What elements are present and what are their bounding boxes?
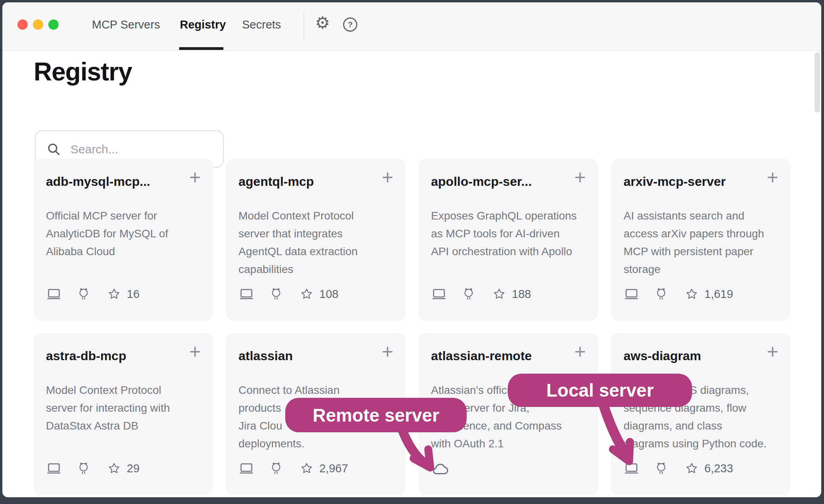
laptop-icon bbox=[238, 287, 254, 301]
card-footer: 6,233 bbox=[624, 459, 733, 478]
cloud-icon bbox=[431, 462, 449, 475]
star-count: 2,967 bbox=[319, 462, 348, 475]
laptop-icon bbox=[46, 461, 62, 475]
search-icon bbox=[47, 142, 62, 157]
star-count: 108 bbox=[319, 288, 338, 301]
help-icon[interactable]: ? bbox=[343, 17, 357, 32]
star-count: 29 bbox=[127, 462, 139, 475]
star-count: 1,619 bbox=[704, 288, 733, 301]
star-icon bbox=[685, 462, 698, 475]
add-server-button[interactable]: + bbox=[189, 167, 201, 187]
star-icon bbox=[300, 462, 313, 475]
header-bar: MCP Servers Registry Secrets ⚙ ? bbox=[2, 2, 821, 51]
server-name: atlassian bbox=[238, 349, 374, 363]
server-card[interactable]: arxiv-mcp-server + AI assistants search … bbox=[611, 158, 790, 321]
tab-mcp-servers[interactable]: MCP Servers bbox=[92, 18, 160, 31]
local-server-callout: Local server bbox=[508, 374, 692, 407]
server-description: Model Context Protocol server that integ… bbox=[238, 207, 399, 278]
add-server-button[interactable]: + bbox=[767, 167, 778, 187]
github-icon bbox=[654, 462, 668, 475]
server-description: AI assistants search and access arXiv pa… bbox=[624, 207, 784, 278]
settings-icon[interactable]: ⚙ bbox=[314, 14, 331, 32]
github-icon bbox=[654, 287, 668, 301]
tab-registry[interactable]: Registry bbox=[180, 18, 226, 31]
header-divider bbox=[303, 12, 304, 41]
star-count: 188 bbox=[512, 288, 531, 301]
server-description: Exposes GraphQL operations as MCP tools … bbox=[431, 207, 591, 260]
star-icon bbox=[685, 288, 698, 300]
github-icon bbox=[462, 287, 475, 301]
card-footer: 108 bbox=[238, 284, 338, 304]
github-icon bbox=[77, 287, 90, 301]
star-count: 6,233 bbox=[704, 462, 733, 475]
page-title: Registry bbox=[34, 57, 132, 86]
card-footer bbox=[431, 459, 449, 478]
server-card[interactable]: apollo-mcp-ser... + Exposes GraphQL oper… bbox=[419, 158, 598, 321]
card-footer: 16 bbox=[46, 284, 139, 304]
server-name: agentql-mcp bbox=[238, 174, 374, 189]
active-tab-indicator bbox=[179, 47, 223, 50]
server-card[interactable]: aws-diagram + Generate AWS diagrams, seq… bbox=[611, 333, 790, 495]
app-window: MCP Servers Registry Secrets ⚙ ? Registr… bbox=[2, 2, 821, 497]
help-glyph: ? bbox=[348, 20, 353, 29]
laptop-icon bbox=[46, 287, 62, 301]
server-card[interactable]: agentql-mcp + Model Context Protocol ser… bbox=[226, 158, 405, 321]
add-server-button[interactable]: + bbox=[574, 342, 586, 361]
server-name: arxiv-mcp-server bbox=[624, 174, 759, 189]
add-server-button[interactable]: + bbox=[767, 342, 778, 361]
card-footer: 188 bbox=[431, 284, 531, 304]
card-footer: 29 bbox=[46, 459, 139, 478]
remote-server-callout: Remote server bbox=[285, 398, 467, 432]
star-icon bbox=[300, 288, 313, 300]
server-name: aws-diagram bbox=[624, 349, 759, 363]
traffic-lights bbox=[17, 19, 59, 30]
server-card[interactable]: astra-db-mcp + Model Context Protocol se… bbox=[34, 333, 213, 495]
github-icon bbox=[269, 287, 283, 301]
minimize-button[interactable] bbox=[33, 19, 43, 30]
server-card-grid: adb-mysql-mcp... + Official MCP server f… bbox=[34, 158, 790, 495]
scrollbar-thumb[interactable] bbox=[814, 52, 820, 113]
star-count: 16 bbox=[127, 288, 139, 301]
github-icon bbox=[269, 462, 283, 475]
server-name: apollo-mcp-ser... bbox=[431, 174, 566, 189]
card-footer: 2,967 bbox=[238, 459, 348, 478]
add-server-button[interactable]: + bbox=[382, 167, 393, 187]
add-server-button[interactable]: + bbox=[382, 342, 393, 361]
server-description: Official MCP server for AnalyticDB for M… bbox=[46, 207, 206, 260]
add-server-button[interactable]: + bbox=[574, 167, 586, 187]
zoom-button[interactable] bbox=[48, 19, 59, 30]
tab-secrets[interactable]: Secrets bbox=[242, 18, 281, 31]
laptop-icon bbox=[624, 287, 639, 301]
laptop-icon bbox=[238, 461, 254, 475]
star-icon bbox=[493, 288, 505, 300]
server-name: atlassian-remote bbox=[431, 349, 566, 363]
github-icon bbox=[77, 462, 90, 475]
laptop-icon bbox=[624, 461, 639, 475]
close-button[interactable] bbox=[17, 19, 28, 30]
server-description: Model Context Protocol server for intera… bbox=[46, 381, 206, 435]
star-icon bbox=[108, 462, 120, 475]
server-card[interactable]: adb-mysql-mcp... + Official MCP server f… bbox=[34, 158, 213, 321]
server-name: astra-db-mcp bbox=[46, 349, 181, 363]
add-server-button[interactable]: + bbox=[189, 342, 201, 361]
server-name: adb-mysql-mcp... bbox=[46, 174, 181, 189]
card-footer: 1,619 bbox=[624, 284, 733, 304]
laptop-icon bbox=[431, 287, 447, 301]
star-icon bbox=[108, 288, 120, 300]
